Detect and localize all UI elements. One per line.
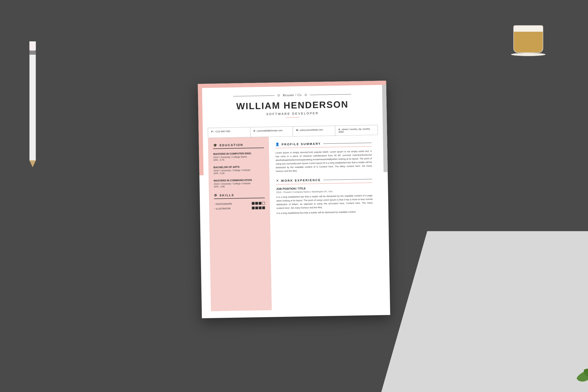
resume-body: EDUCATION MASTERS IN COMPUTER ENGI. 2014… (208, 135, 381, 311)
profile-heading-line (323, 143, 371, 144)
brand-circle-right (305, 94, 307, 96)
skill-blocks-1 (252, 202, 265, 205)
coffee-cup-decoration (510, 25, 547, 60)
profile-summary-heading: PROFILE SUMMARY (275, 140, 372, 146)
resume-main-content: PROFILE SUMMARY Lorem Ipsum is simply du… (269, 135, 381, 310)
contact-address: A : street / country, zip, country 4568 (335, 125, 378, 136)
website-value: www.yourwebsite.com (300, 128, 323, 132)
education-title-text: EDUCATION (220, 143, 243, 147)
education-section-title: EDUCATION (213, 142, 264, 147)
skills-section: ⚙ SKILLS • PHOTOSHOPE (214, 192, 265, 210)
job-desc-1: It is a long established fact that a rea… (276, 194, 373, 210)
education-underline (213, 148, 264, 149)
skills-underline (214, 198, 265, 199)
skill-block-2-3 (259, 206, 262, 209)
pencil-band (29, 50, 36, 55)
brand-line: Resume / Co (207, 92, 377, 98)
skills-icon: ⚙ (214, 194, 217, 197)
address-label: A : (338, 128, 341, 130)
skill-block-2-1 (252, 206, 255, 209)
skill-blocks-2 (252, 206, 265, 209)
address-value: street / country, zip, country 4568 (338, 128, 370, 133)
pencil-decoration (29, 41, 36, 170)
cup-saucer (511, 53, 546, 56)
work-experience-title: WORK EXPERIENCE (281, 178, 321, 182)
resume-sidebar: EDUCATION MASTERS IN COMPUTER ENGI. 2014… (208, 137, 272, 311)
education-section: EDUCATION MASTERS IN COMPUTER ENGI. 2014… (213, 142, 265, 188)
education-icon (213, 144, 218, 147)
skill-block-1-2 (255, 202, 258, 205)
email-value: yourmailid@domain.com (257, 129, 283, 132)
contact-phone: P : +123 4567 893 (208, 127, 251, 138)
edu-degree-1: MASTERS IN COMPUTER ENGI. (213, 152, 264, 155)
brand-name: Resume / Co (283, 93, 302, 97)
profile-summary-section: PROFILE SUMMARY Lorem Ipsum is simply du… (275, 140, 372, 173)
profile-summary-title: PROFILE SUMMARY (282, 142, 321, 146)
skill-row-2: • ILLISTRATOR (214, 206, 265, 210)
contact-email: E : yourmailid@domain.com (250, 126, 293, 137)
edu-degree-2: BACHELOR OF ARTS (213, 165, 264, 169)
pencil-body (29, 55, 36, 160)
skill-bullet-2: • (214, 208, 215, 210)
pencil-eraser (29, 41, 36, 50)
email-label: E : (254, 130, 257, 132)
skill-block-2-2 (255, 206, 258, 209)
skill-bullet-1: • (214, 203, 215, 205)
pencil-tip (29, 160, 36, 167)
education-entry-1: MASTERS IN COMPUTER ENGI. 2014 / Univers… (213, 152, 264, 161)
work-icon (276, 178, 279, 183)
skill-block-1-3 (259, 202, 261, 204)
work-underline (276, 182, 372, 184)
candidate-name: WILLIAM HENDERSON (207, 99, 378, 112)
profile-summary-text: Lorem Ipsum is simply dummyContr popular… (275, 149, 372, 173)
contact-website: W : www.yourwebsite.com (293, 126, 335, 136)
profile-icon (275, 142, 279, 146)
title-underline (286, 117, 300, 118)
work-heading-line (323, 179, 372, 180)
cup-coffee (514, 32, 543, 52)
work-experience-section: WORK EXPERIENCE JOB POSITION / TITLE 201… (276, 177, 373, 215)
profile-underline (275, 146, 372, 148)
education-entry-3: MASTERS IN COMMUNICATION 2018 / Universi… (214, 178, 265, 188)
job-desc-2: It is a long established fact that a rea… (277, 210, 373, 215)
skill-row-1: • PHOTOSHOPE (214, 202, 265, 206)
brand-line-left (233, 95, 274, 96)
phone-label: P : (211, 130, 214, 133)
resume-document: Resume / Co WILLIAM HENDERSON SOFTWARE D… (198, 81, 390, 318)
brand-circle-left (278, 94, 280, 96)
skill-name-1: PHOTOSHOPE (216, 202, 252, 206)
brand-line-right (310, 94, 351, 95)
phone-value: +123 4567 893 (215, 130, 230, 133)
skills-title-text: SKILLS (219, 193, 234, 197)
edu-degree-3: MASTERS IN COMMUNICATION (214, 178, 264, 182)
education-entry-2: BACHELOR OF ARTS 2018 / University / Col… (213, 165, 264, 175)
work-experience-heading: WORK EXPERIENCE (276, 177, 372, 183)
skills-section-title: ⚙ SKILLS (214, 192, 265, 197)
skill-block-2-4 (262, 206, 265, 209)
cup-handle (543, 32, 543, 41)
skill-name-2: ILLISTRATOR (216, 207, 252, 210)
skill-block-1-4 (262, 202, 265, 204)
cup-body (513, 25, 543, 53)
resume-header: Resume / Co WILLIAM HENDERSON SOFTWARE D… (207, 92, 378, 128)
website-label: W : (296, 129, 300, 132)
skill-block-1-1 (252, 202, 254, 205)
